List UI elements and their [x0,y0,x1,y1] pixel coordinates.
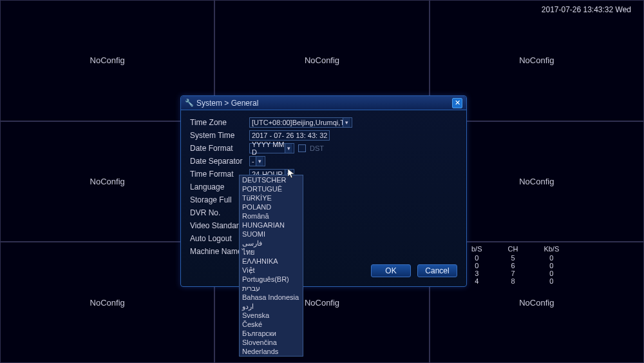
language-option[interactable]: SUOMI [240,230,303,239]
stats-cell: 0 [531,270,572,277]
language-option[interactable]: Nederlands [240,347,303,356]
label-systemtime: System Time [190,131,249,140]
noconfig-label: NoConfig [519,55,554,65]
stats-header: Kb/S [531,245,572,254]
language-option[interactable]: PORTUGUÊ [240,184,303,193]
bitrate-stats: b/S CH Kb/S 050060370480 [459,245,572,285]
language-option[interactable]: HUNGARIAN [240,221,303,230]
stats-cell: 0 [531,262,572,270]
language-option[interactable]: Slovenčina [240,338,303,347]
stats-header: CH [495,245,531,254]
language-option[interactable]: České [240,320,303,329]
noconfig-label: NoConfig [90,177,125,186]
noconfig-label: NoConfig [519,298,554,308]
dateformat-select[interactable]: YYYY MM D [249,143,294,153]
noconfig-label: NoConfig [90,55,125,65]
language-option[interactable]: POLAND [240,202,303,211]
language-option[interactable]: Bahasa Indonesia [240,293,303,302]
systemtime-input[interactable]: 2017 - 07- 26 13: 43: 32 [249,130,330,141]
dst-checkbox[interactable] [298,144,306,152]
dialog-title: System > General [196,99,452,108]
close-button[interactable]: ✕ [452,98,462,108]
noconfig-label: NoConfig [305,298,339,308]
label-timezone: Time Zone [190,118,249,127]
cancel-button[interactable]: Cancel [417,264,457,277]
dst-label: DST [310,144,324,152]
stats-cell: 5 [495,254,531,262]
noconfig-label: NoConfig [90,298,125,308]
stats-cell: 8 [495,277,531,285]
language-option[interactable]: ΕΛΛΗΝΙΚΑ [240,257,303,266]
language-option[interactable]: Việt [240,266,303,275]
dialog-titlebar[interactable]: 🔧 System > General ✕ [181,96,466,110]
language-option[interactable]: DEUTSCHER [240,175,303,184]
language-option[interactable]: Svenska [240,311,303,320]
noconfig-label: NoConfig [519,177,554,186]
language-option[interactable]: فارسی [240,239,303,248]
language-option[interactable]: ไทย [240,248,303,257]
language-option[interactable]: Română [240,211,303,221]
language-option[interactable]: اردو [240,302,303,311]
systemtime-value[interactable]: 2017 - 07- 26 13: 43: 32 [249,130,330,141]
stats-cell: 0 [531,277,572,285]
stats-cell: 6 [495,262,531,270]
language-option[interactable]: Български [240,329,303,338]
language-option[interactable]: עברית [240,284,303,293]
stats-cell: 7 [495,270,531,277]
language-dropdown[interactable]: DEUTSCHERPORTUGUÊTüRKİYEPOLANDRomânăHUNG… [239,175,303,357]
noconfig-label: NoConfig [305,55,339,65]
system-general-dialog: 🔧 System > General ✕ Time Zone [UTC+08:0… [180,95,467,287]
ok-button[interactable]: OK [371,264,411,277]
language-option[interactable]: Português(BR) [240,275,303,284]
stats-cell: 0 [531,254,572,262]
label-dateformat: Date Format [190,144,249,153]
label-dateseparator: Date Separator [190,157,249,166]
clock: 2017-07-26 13:43:32 Wed [542,5,631,14]
wrench-icon: 🔧 [185,99,194,107]
dateseparator-select[interactable]: - [249,156,265,166]
language-option[interactable]: TüRKİYE [240,193,303,202]
timezone-select[interactable]: [UTC+08:00]Beijing,Urumqi,Ta [249,117,352,128]
